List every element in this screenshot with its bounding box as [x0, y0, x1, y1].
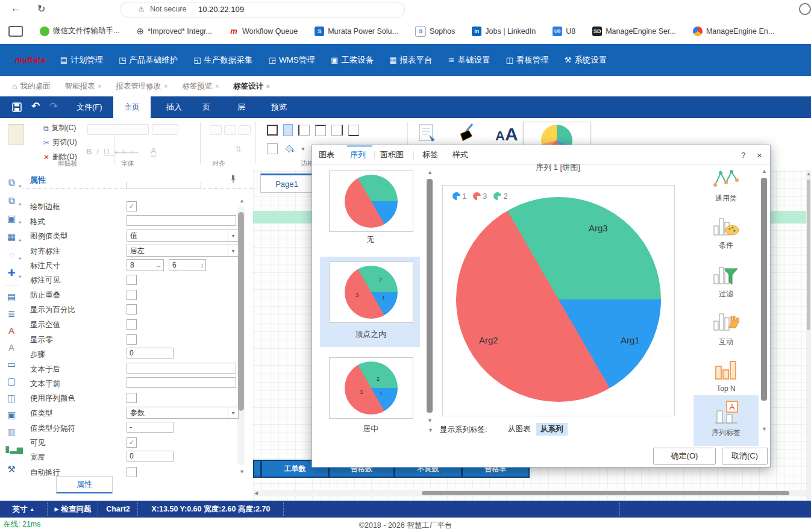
tab-my-desktop[interactable]: ⌂ 我的桌面	[12, 81, 50, 92]
annotation-visible-checkbox[interactable]	[127, 275, 137, 285]
border-right-button[interactable]	[331, 125, 343, 136]
gallery-scrollbar-thumb[interactable]	[761, 178, 767, 401]
border-all-button[interactable]	[267, 125, 278, 136]
dialog-tab-chart[interactable]: 图表	[319, 145, 334, 164]
bookmark-linkedin[interactable]: in Jobs | LinkedIn	[472, 27, 536, 36]
address-bar[interactable]: ⚠ Not secure 10.20.22.109	[121, 2, 405, 17]
ribbon-tab-insert[interactable]: 插入	[155, 96, 193, 118]
tab-report-manage-edit[interactable]: 报表管理修改×	[116, 81, 168, 92]
tools-icon[interactable]: ⚒	[5, 463, 18, 476]
bookmark-murata-power[interactable]: S Murata Power Solu...	[315, 27, 398, 36]
annotation-width-input[interactable]: 8↔	[127, 259, 164, 271]
prevent-overlap-checkbox[interactable]	[127, 290, 137, 300]
nav-item-wms[interactable]: ◲WMS管理	[269, 55, 315, 66]
nav-item-plan[interactable]: ▤计划管理	[60, 55, 103, 66]
page-tab[interactable]: Page1	[260, 174, 313, 193]
shape-union-icon[interactable]: ◌▸	[5, 248, 18, 261]
list-scroll-down-icon[interactable]: ▼	[427, 418, 433, 424]
close-icon[interactable]: ×	[215, 83, 219, 90]
tab-label-design[interactable]: 标签设计×	[233, 81, 270, 92]
gallery-item-condition[interactable]: 条件	[694, 214, 759, 251]
legend-value-type-select[interactable]: 值▼	[127, 230, 239, 242]
units-selector[interactable]: 英寸 ▲	[0, 501, 47, 518]
border-bottom-button[interactable]	[348, 125, 359, 136]
gallery-item-topn[interactable]: Top N	[694, 357, 759, 393]
pin-icon[interactable]	[230, 175, 236, 183]
nav-item-system-settings[interactable]: ⚒系统设置	[565, 55, 607, 66]
tab-smart-report[interactable]: 智能报表×	[64, 81, 101, 92]
draw-border-checkbox[interactable]: ✓	[127, 201, 137, 211]
clear-style-broom-icon[interactable]	[458, 123, 480, 143]
side-panel-icon[interactable]	[8, 26, 23, 37]
option-from-chart[interactable]: 从图表	[504, 423, 535, 436]
nav-item-product-base[interactable]: ◳产品基础维护	[119, 55, 178, 66]
bookmark-workflow-queue[interactable]: m Workflow Queue	[229, 27, 298, 36]
align-annotation-select[interactable]: 居左▼	[127, 245, 239, 257]
richtext-tool-icon[interactable]: ▣	[5, 408, 18, 422]
close-icon[interactable]: ×	[98, 83, 101, 90]
gallery-scroll-up-icon[interactable]: ▲	[762, 168, 767, 174]
image-tool-icon[interactable]: ▥	[5, 425, 18, 439]
send-backward-icon[interactable]: ⧉▸	[5, 176, 18, 189]
show-zero-checkbox[interactable]	[127, 334, 137, 345]
plugin-icon[interactable]: ✚▸	[5, 266, 18, 280]
frame-tool-icon[interactable]: ◫	[5, 392, 18, 405]
file-menu[interactable]: 文件(F)	[77, 102, 102, 113]
border-top-button[interactable]	[315, 125, 326, 136]
dialog-tab-series[interactable]: 序列	[350, 145, 366, 164]
label-mode-inside-vertex-card[interactable]: 2 3 1	[329, 261, 413, 323]
properties-bottom-tab[interactable]: 属性	[56, 476, 113, 493]
reload-icon[interactable]: ↻	[37, 3, 45, 14]
close-icon[interactable]: ×	[266, 83, 270, 90]
list-scrollbar-thumb[interactable]	[427, 179, 433, 413]
rectangle-tool-icon[interactable]: ▭	[5, 358, 18, 371]
fonts-icon[interactable]: AA	[495, 124, 518, 145]
collapse-icon[interactable]: ▼	[428, 427, 433, 433]
ribbon-tab-page[interactable]: 页	[192, 96, 221, 118]
gallery-item-series-label[interactable]: A 序列标签	[694, 399, 759, 438]
value-type-separator-input[interactable]	[127, 422, 174, 433]
help-icon[interactable]: ?	[741, 145, 745, 164]
nav-item-tooling[interactable]: ▣工装设备	[331, 55, 374, 66]
label-mode-none-card[interactable]	[329, 171, 413, 232]
fill-bucket-icon[interactable]	[284, 144, 295, 154]
format-painter-icon[interactable]	[417, 123, 437, 143]
gallery-item-filter[interactable]: 过滤	[694, 261, 759, 299]
show-as-percent-checkbox[interactable]	[127, 304, 137, 315]
scroll-up-icon[interactable]: ▲	[806, 171, 811, 177]
format-input[interactable]	[127, 215, 236, 226]
document-tool-icon[interactable]: ▤	[5, 290, 18, 304]
width-input[interactable]	[127, 451, 174, 462]
ribbon-tab-home[interactable]: 主页	[113, 96, 151, 118]
chart-tool-icon[interactable]: ▮▂▅	[5, 442, 18, 455]
paste-icon[interactable]	[8, 124, 24, 145]
text-after-input[interactable]	[127, 363, 236, 374]
nav-item-report-platform[interactable]: ▦报表平台	[389, 55, 432, 66]
redo-icon[interactable]: ↷	[49, 100, 58, 113]
nav-item-base-settings[interactable]: ≋基础设置	[448, 55, 490, 66]
bookmark-manageengine-ser[interactable]: SD ManageEngine Ser...	[592, 27, 676, 36]
caret-down-icon[interactable]: ▼	[301, 146, 305, 152]
tab-label-preview[interactable]: 标签预览×	[182, 81, 219, 92]
save-icon[interactable]	[12, 102, 22, 112]
bring-forward-icon[interactable]: ⧉▸	[5, 194, 18, 207]
dialog-close-icon[interactable]: ×	[757, 145, 762, 164]
undo-icon[interactable]: ↶	[31, 100, 40, 113]
border-none-button[interactable]	[267, 143, 278, 154]
visible-checkbox[interactable]: ✓	[127, 437, 137, 448]
bookmark-u8[interactable]: U8 U8	[553, 27, 575, 36]
bookmark-sophos[interactable]: S Sophos	[415, 26, 455, 37]
option-from-series[interactable]: 从系列	[536, 423, 568, 436]
check-problems-button[interactable]: ▶检查问题	[48, 501, 98, 518]
canvas-vscrollbar-thumb[interactable]	[807, 180, 810, 330]
gallery-item-general[interactable]: 通用类	[694, 167, 759, 204]
font-style-buttons[interactable]: BIUabc	[86, 147, 139, 156]
ribbon-tab-preview[interactable]: 预览	[260, 96, 298, 118]
scroll-left-icon[interactable]: ◀	[254, 490, 258, 496]
label-mode-center-card[interactable]: 2 3 1	[329, 357, 413, 419]
show-empty-checkbox[interactable]	[127, 319, 137, 330]
dialog-tab-label[interactable]: 标签	[422, 145, 438, 164]
border-outline-button[interactable]	[283, 124, 293, 136]
bookmark-manageengine-en[interactable]: ManageEngine En...	[693, 27, 774, 36]
textbox-icon[interactable]: A	[5, 341, 18, 354]
